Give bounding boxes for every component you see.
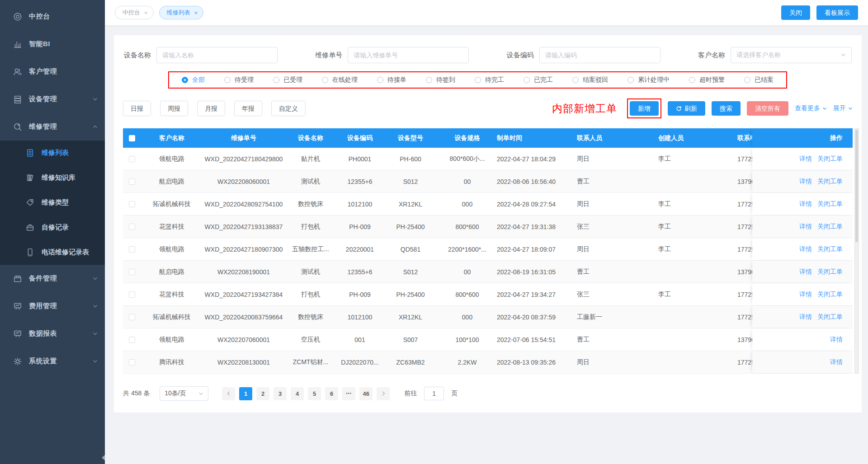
detail-link[interactable]: 详情 [799, 223, 812, 231]
cell-model: ZC63MB2 [383, 359, 438, 366]
cell-order: WX202208190001 [203, 268, 285, 276]
close-order-link[interactable]: 关闭工单 [817, 223, 843, 231]
refresh-button[interactable]: 刷新 [668, 101, 705, 116]
sidebar-item-费用管理[interactable]: 费用管理 [0, 292, 105, 320]
page-size-select[interactable]: 10条/页 [160, 386, 208, 401]
detail-link[interactable]: 详情 [799, 178, 812, 186]
sidebar-collapse-handle[interactable] [102, 455, 105, 460]
sidebar-item-智能BI[interactable]: 智能BI [0, 30, 105, 58]
report-button-日报[interactable]: 日报 [123, 101, 151, 116]
cell-order: WXD_20220420083759664 [203, 314, 285, 321]
report-button-自定义[interactable]: 自定义 [271, 101, 306, 116]
sidebar-item-设备管理[interactable]: 设备管理 [0, 85, 105, 113]
status-radio-累计处理中[interactable]: 累计处理中 [627, 76, 670, 84]
row-check-cell [123, 156, 141, 162]
sidebar-subitem-维修知识库[interactable]: 维修知识库 [0, 165, 105, 190]
detail-link[interactable]: 详情 [799, 291, 812, 299]
row-checkbox[interactable] [129, 201, 135, 207]
wrench-search-icon [13, 122, 23, 132]
detail-link[interactable]: 详情 [799, 245, 812, 253]
close-order-link[interactable]: 关闭工单 [817, 155, 843, 163]
board-display-button[interactable]: 看板展示 [816, 5, 858, 20]
report-button-周报[interactable]: 周报 [160, 101, 188, 116]
filter-input-设备名称[interactable] [156, 47, 278, 63]
page-button-3[interactable]: 3 [274, 387, 287, 400]
next-page-button[interactable] [377, 387, 390, 400]
close-order-link[interactable]: 关闭工单 [817, 178, 843, 186]
close-order-link[interactable]: 关闭工单 [817, 245, 843, 253]
status-radio-已完工[interactable]: 已完工 [524, 76, 553, 84]
close-icon[interactable]: × [144, 10, 148, 16]
status-radio-全部[interactable]: 全部 [182, 76, 205, 84]
row-checkbox[interactable] [129, 246, 135, 253]
status-radio-待受理[interactable]: 待受理 [224, 76, 254, 84]
sidebar-item-客户管理[interactable]: 客户管理 [0, 58, 105, 85]
filter-input-维修单号[interactable] [348, 47, 469, 63]
detail-link[interactable]: 详情 [799, 313, 812, 321]
sidebar-item-维修管理[interactable]: 维修管理 [0, 113, 105, 141]
detail-link[interactable]: 详情 [799, 155, 812, 163]
clear-all-button[interactable]: 清空所有 [747, 101, 788, 116]
search-button[interactable]: 搜索 [712, 101, 741, 116]
goto-page-input[interactable] [424, 387, 444, 400]
expand-link[interactable]: 展开 [833, 104, 853, 112]
close-order-link[interactable]: 关闭工单 [817, 313, 843, 321]
filter-input-设备编码[interactable] [539, 47, 660, 63]
report-button-月报[interactable]: 月报 [197, 101, 225, 116]
close-order-link[interactable]: 关闭工单 [817, 200, 843, 208]
status-radio-已结案[interactable]: 已结案 [744, 76, 774, 84]
cell-contact: 周日 [576, 200, 657, 208]
select-all-checkbox[interactable] [129, 135, 135, 141]
sidebar-item-数据报表[interactable]: 数据报表 [0, 320, 105, 347]
cell-order: WXD_20220428092754100 [203, 201, 285, 208]
view-more-link[interactable]: 查看更多 [795, 104, 827, 112]
sidebar-subitem-自修记录[interactable]: 自修记录 [0, 215, 105, 240]
close-icon[interactable]: × [194, 10, 198, 16]
chevron-down-icon [93, 95, 98, 103]
status-radio-待完工[interactable]: 待完工 [475, 76, 504, 84]
row-checkbox[interactable] [129, 291, 135, 298]
sidebar-subitem-维修类型[interactable]: 维修类型 [0, 190, 105, 215]
report-button-年报[interactable]: 年报 [234, 101, 262, 116]
scrollbar-thumb[interactable] [855, 130, 858, 242]
status-radio-在线处理[interactable]: 在线处理 [322, 76, 358, 84]
row-checkbox[interactable] [129, 337, 135, 343]
page-button-2[interactable]: 2 [256, 387, 269, 400]
detail-link[interactable]: 详情 [830, 358, 843, 366]
customer-name-select[interactable]: 请选择客户名称 [731, 47, 852, 63]
sidebar-subitem-电话维修记录表[interactable]: 电话维修记录表 [0, 240, 105, 265]
sidebar-subitem-维修列表[interactable]: 维修列表 [0, 141, 105, 165]
close-order-link[interactable]: 关闭工单 [817, 268, 843, 276]
status-radio-待接单[interactable]: 待接单 [377, 76, 406, 84]
page-button-1[interactable]: 1 [239, 387, 252, 400]
page-button-5[interactable]: 5 [308, 387, 321, 400]
row-checkbox[interactable] [129, 269, 135, 275]
detail-link[interactable]: 详情 [799, 268, 812, 276]
detail-link[interactable]: 详情 [799, 200, 812, 208]
more-pages-icon[interactable]: ••• [342, 387, 355, 400]
status-radio-待签到[interactable]: 待签到 [426, 76, 455, 84]
sidebar-item-备件管理[interactable]: 备件管理 [0, 265, 105, 292]
page-button-4[interactable]: 4 [291, 387, 304, 400]
close-button[interactable]: 关闭 [781, 5, 810, 20]
tab-中控台[interactable]: 中控台× [115, 6, 154, 19]
row-checkbox[interactable] [129, 224, 135, 230]
sidebar-item-系统设置[interactable]: 系统设置 [0, 347, 105, 375]
row-checkbox[interactable] [129, 178, 135, 185]
page-button-6[interactable]: 6 [325, 387, 338, 400]
add-button[interactable]: 新增 [630, 101, 659, 116]
row-checkbox[interactable] [129, 314, 135, 320]
status-radio-已受理[interactable]: 已受理 [273, 76, 302, 84]
prev-page-button[interactable] [222, 387, 235, 400]
row-checkbox[interactable] [129, 156, 135, 162]
table-scrollbar[interactable] [854, 128, 859, 374]
page-button-46[interactable]: 46 [359, 387, 373, 400]
status-radio-超时预警[interactable]: 超时预警 [689, 76, 725, 84]
detail-link[interactable]: 详情 [830, 336, 843, 344]
row-checkbox[interactable] [129, 359, 135, 366]
status-radio-结案驳回[interactable]: 结案驳回 [572, 76, 608, 84]
close-order-link[interactable]: 关闭工单 [817, 291, 843, 299]
tab-维修列表[interactable]: 维修列表× [159, 6, 204, 19]
radio-dot-icon [744, 77, 750, 83]
sidebar-item-中控台[interactable]: 中控台 [0, 3, 105, 30]
